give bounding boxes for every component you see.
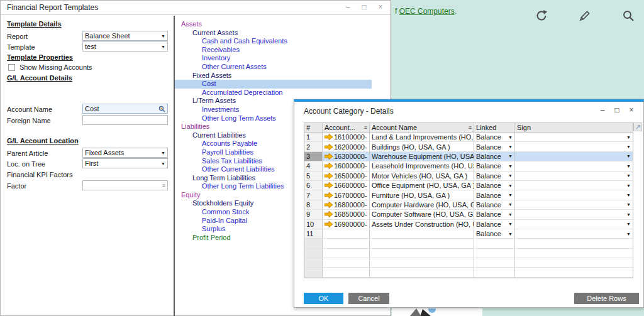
link-arrow-icon[interactable] xyxy=(325,211,333,217)
linked-dropdown-cell[interactable]: Balance▼ xyxy=(474,161,515,170)
maximize-icon[interactable]: □ xyxy=(613,106,621,114)
tree-item[interactable]: Current Assets xyxy=(175,29,372,38)
sign-dropdown-cell[interactable] xyxy=(515,239,633,248)
chevron-down-icon[interactable]: ▼ xyxy=(626,154,631,158)
row-number-cell[interactable]: 8 xyxy=(304,200,323,209)
link-arrow-icon[interactable] xyxy=(325,163,333,169)
template-dropdown[interactable]: test ▼ xyxy=(82,41,168,52)
table-row[interactable]: 316300000-Warehouse Equipment (HO, USA, … xyxy=(304,152,633,161)
chevron-down-icon[interactable]: ▼ xyxy=(508,193,513,197)
minimize-icon[interactable]: – xyxy=(598,106,607,114)
table-row[interactable]: 916850000-Computer Software (HO, USA, GA… xyxy=(304,210,633,219)
account-name-cell[interactable]: Computer Hardware (HO, USA, GA ) xyxy=(370,200,474,209)
chevron-down-icon[interactable]: ▼ xyxy=(626,212,631,217)
minimize-icon[interactable]: – xyxy=(343,3,353,11)
table-row-empty[interactable] xyxy=(304,249,633,258)
account-name-cell[interactable]: Furniture (HO, USA, GA ) xyxy=(370,190,474,199)
chevron-down-icon[interactable]: ▼ xyxy=(626,202,631,207)
sign-dropdown-cell[interactable]: ▼ xyxy=(515,161,633,170)
row-number-cell[interactable]: 11 xyxy=(304,229,323,238)
chevron-down-icon[interactable]: ▼ xyxy=(508,183,513,188)
table-row[interactable]: 716700000-Furniture (HO, USA, GA )Balanc… xyxy=(304,190,633,200)
expand-table-icon[interactable]: ↗ xyxy=(633,123,642,131)
chevron-down-icon[interactable]: ▼ xyxy=(626,135,631,139)
sign-dropdown-cell[interactable]: ▼ xyxy=(515,210,633,219)
account-code-cell[interactable]: 16600000- xyxy=(323,181,370,190)
account-name-cell[interactable]: Assets Under Construction (HO, USA, GA ) xyxy=(370,220,474,229)
linked-dropdown-cell[interactable]: Balance▼ xyxy=(474,142,515,151)
tree-item[interactable]: Other Current Assets xyxy=(175,63,372,72)
link-arrow-icon[interactable] xyxy=(325,134,333,140)
account-code-cell[interactable]: 16850000- xyxy=(323,210,370,219)
table-row[interactable]: 216200000-Buildings (HO, USA, GA )Balanc… xyxy=(304,142,633,151)
account-code-cell[interactable]: 16700000- xyxy=(323,190,370,199)
delete-rows-button[interactable]: Delete Rows xyxy=(574,293,639,304)
row-number-cell[interactable]: 4 xyxy=(304,161,323,170)
filter-icon[interactable]: ≡ xyxy=(364,124,367,131)
account-code-cell[interactable]: 16100000- xyxy=(323,133,370,141)
tree-item[interactable]: Inventory xyxy=(175,54,372,63)
account-name-cell[interactable] xyxy=(370,229,474,238)
chevron-down-icon[interactable]: ▼ xyxy=(508,154,513,158)
account-code-cell[interactable]: 16200000- xyxy=(323,142,370,151)
link-arrow-icon[interactable] xyxy=(325,153,333,160)
table-row-empty[interactable] xyxy=(304,258,633,268)
template-properties-heading[interactable]: Template Properties xyxy=(7,53,73,61)
chevron-down-icon[interactable]: ▼ xyxy=(626,193,631,197)
linked-dropdown-cell[interactable]: Balance▼ xyxy=(474,200,515,209)
maximize-icon[interactable]: □ xyxy=(359,3,369,11)
sign-dropdown-cell[interactable]: ▼ xyxy=(515,220,633,229)
account-code-cell[interactable] xyxy=(323,258,370,267)
account-name-cell[interactable]: Land & Land Improvements (HO, USA, GA ) xyxy=(370,133,474,141)
column-header-linked[interactable]: Linked xyxy=(474,123,515,132)
tree-item[interactable]: Cash and Cash Equivalents xyxy=(175,37,372,46)
sign-dropdown-cell[interactable]: ▼ xyxy=(515,133,633,141)
row-number-cell[interactable]: 6 xyxy=(304,181,323,190)
linked-dropdown-cell[interactable] xyxy=(474,258,515,267)
row-number-cell[interactable]: 9 xyxy=(304,210,323,219)
link-arrow-icon[interactable] xyxy=(325,221,333,227)
search-icon[interactable] xyxy=(621,9,635,25)
edit-pencil-icon[interactable] xyxy=(578,9,592,25)
column-header-sign[interactable]: Sign xyxy=(515,123,633,132)
row-number-cell[interactable]: 5 xyxy=(304,172,323,180)
sign-dropdown-cell[interactable] xyxy=(515,249,633,258)
table-row[interactable]: 1016900000-Assets Under Construction (HO… xyxy=(304,220,633,229)
account-code-cell[interactable] xyxy=(323,249,370,258)
linked-dropdown-cell[interactable]: Balance▼ xyxy=(474,190,515,199)
table-row[interactable]: 816800000-Computer Hardware (HO, USA, GA… xyxy=(304,200,633,210)
account-name-cell[interactable]: Computer Software (HO, USA, GA ) xyxy=(370,210,474,219)
account-code-cell[interactable]: 16900000- xyxy=(323,220,370,229)
filter-icon[interactable]: ≡ xyxy=(469,124,472,131)
account-name-cell[interactable]: Buildings (HO, USA, GA ) xyxy=(370,142,474,151)
table-row[interactable]: 416000000-Leasehold Improvements (HO, US… xyxy=(304,161,633,171)
sign-dropdown-cell[interactable] xyxy=(515,258,633,267)
table-row[interactable]: 616600000-Office Equipment (HO, USA, GA … xyxy=(304,181,633,190)
column-header-number[interactable]: # xyxy=(304,123,323,132)
chevron-down-icon[interactable]: ▼ xyxy=(626,144,631,149)
sign-dropdown-cell[interactable]: ▼ xyxy=(515,190,633,199)
link-arrow-icon[interactable] xyxy=(325,182,333,188)
row-number-cell[interactable] xyxy=(304,258,323,267)
sign-dropdown-cell[interactable]: ▼ xyxy=(515,200,633,209)
linked-dropdown-cell[interactable]: Balance▼ xyxy=(474,181,515,190)
linked-dropdown-cell[interactable] xyxy=(474,239,515,248)
row-number-cell[interactable]: 2 xyxy=(304,142,323,151)
tree-item[interactable]: Fixed Assets xyxy=(175,72,372,80)
linked-dropdown-cell[interactable]: Balance▼ xyxy=(474,220,515,229)
row-number-cell[interactable]: 3 xyxy=(304,152,323,161)
account-code-cell[interactable]: 16800000- xyxy=(323,200,370,209)
sign-dropdown-cell[interactable]: ▼ xyxy=(515,142,633,151)
row-number-cell[interactable]: 7 xyxy=(304,190,323,199)
chevron-down-icon[interactable]: ▼ xyxy=(508,202,513,207)
gl-account-details-heading[interactable]: G/L Account Details xyxy=(7,74,72,82)
account-code-cell[interactable]: 16000000- xyxy=(323,161,370,170)
chevron-down-icon[interactable]: ▼ xyxy=(626,173,631,178)
linked-dropdown-cell[interactable] xyxy=(474,268,515,276)
sign-dropdown-cell[interactable]: ▼ xyxy=(515,181,633,190)
chevron-down-icon[interactable]: ▼ xyxy=(508,135,513,139)
show-missing-accounts-checkbox[interactable] xyxy=(8,64,15,71)
linked-dropdown-cell[interactable]: Balance▼ xyxy=(474,210,515,219)
account-code-cell[interactable] xyxy=(323,239,370,248)
linked-dropdown-cell[interactable]: Balance▼ xyxy=(474,152,515,161)
